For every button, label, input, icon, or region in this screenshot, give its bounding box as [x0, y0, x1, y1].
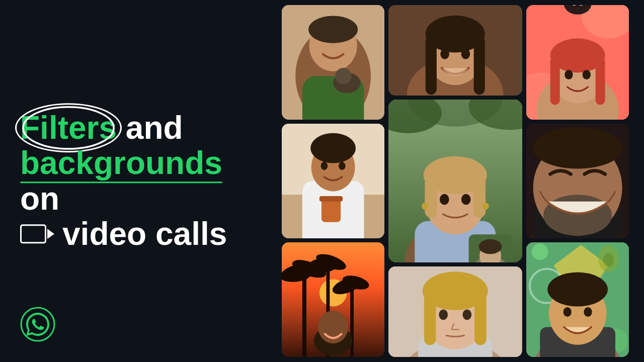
svg-rect-81: [595, 57, 605, 105]
svg-point-92: [532, 243, 548, 260]
svg-point-16: [339, 162, 346, 170]
col-right: [526, 5, 629, 357]
whatsapp-svg-icon: [20, 307, 55, 342]
svg-point-104: [584, 307, 592, 317]
svg-point-59: [479, 239, 502, 254]
svg-rect-39: [474, 35, 485, 95]
thumb-person-dog: [282, 5, 384, 120]
video-cam-icon: [20, 225, 54, 244]
svg-point-103: [563, 307, 571, 317]
cam-body: [20, 225, 46, 244]
backgrounds-underline: [20, 182, 222, 183]
svg-rect-21: [302, 273, 306, 357]
svg-rect-38: [426, 35, 437, 95]
svg-rect-67: [424, 293, 436, 345]
video-calls-text: video calls: [62, 216, 227, 251]
svg-point-54: [440, 194, 449, 205]
svg-point-1: [21, 308, 54, 341]
thumb-person-coffee: [282, 124, 384, 238]
center-main-phone: Warm − FILTERS BACKGR...: [388, 100, 522, 262]
svg-rect-50: [425, 177, 437, 218]
svg-point-40: [441, 49, 450, 59]
thumb-woman-top: [388, 5, 522, 96]
thumb-palm-sunset: [282, 242, 384, 357]
col-left: [282, 5, 384, 357]
left-panel: Filters and backgrounds on video calls: [20, 110, 231, 252]
headline-line3: video calls: [20, 216, 231, 251]
svg-point-90: [532, 128, 623, 169]
headline-line2: backgrounds on: [20, 146, 231, 217]
filters-text: Filters: [20, 110, 117, 146]
filters-word: Filters: [20, 110, 117, 145]
svg-point-89: [543, 195, 612, 236]
col-center: Warm − FILTERS BACKGR...: [388, 5, 522, 357]
video-grid: Warm − FILTERS BACKGR...: [282, 5, 629, 357]
svg-point-70: [463, 310, 472, 320]
headline-line1: Filters and: [20, 110, 231, 145]
whatsapp-logo: [20, 307, 55, 342]
svg-rect-80: [550, 57, 559, 105]
backgrounds-word: backgrounds: [20, 146, 222, 181]
cam-lens: [47, 229, 54, 239]
center-video: [388, 100, 522, 262]
svg-point-82: [565, 70, 573, 79]
backgrounds-text: backgrounds: [20, 145, 222, 182]
thumb-man-smiling: [526, 124, 629, 238]
and-word: and: [117, 110, 183, 146]
svg-rect-17: [321, 198, 341, 222]
svg-point-6: [308, 16, 358, 43]
svg-point-14: [310, 133, 356, 163]
headline: Filters and backgrounds on video calls: [20, 110, 231, 252]
thumb-cartoon-red: [526, 5, 629, 120]
svg-point-15: [321, 162, 328, 170]
svg-rect-51: [473, 177, 486, 218]
svg-point-41: [461, 49, 470, 59]
svg-point-52: [422, 203, 428, 209]
thumb-woman-plain: [388, 266, 522, 357]
svg-point-102: [547, 273, 608, 307]
svg-point-8: [335, 68, 352, 84]
svg-point-69: [439, 310, 448, 320]
svg-rect-18: [319, 196, 343, 202]
svg-point-53: [482, 203, 489, 209]
svg-rect-68: [474, 293, 487, 345]
svg-point-55: [461, 194, 471, 205]
on-word: on: [20, 180, 59, 217]
svg-point-83: [582, 70, 590, 79]
thumb-cartoon-green: [526, 242, 629, 357]
svg-point-97: [603, 253, 614, 266]
